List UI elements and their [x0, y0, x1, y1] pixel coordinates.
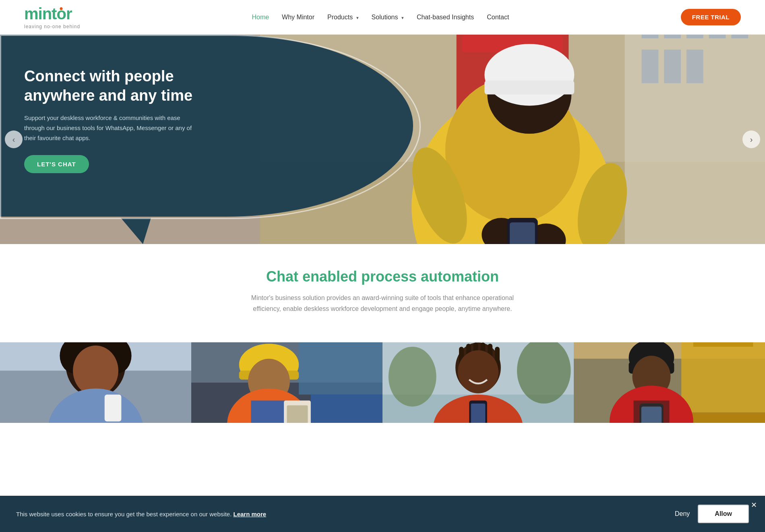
- grid-person-3: [382, 342, 574, 423]
- svg-rect-47: [251, 401, 287, 423]
- svg-rect-67: [681, 342, 765, 412]
- grid-item-3: [382, 342, 574, 423]
- nav-item-why-mintor[interactable]: Why Mintor: [282, 14, 314, 21]
- nav-link-solutions[interactable]: Solutions ▾: [372, 14, 404, 21]
- nav-item-contact[interactable]: Contact: [487, 14, 509, 21]
- section-heading: Chat enabled process automation: [40, 268, 725, 285]
- svg-point-36: [73, 346, 118, 396]
- navbar: mintor leaving no-one behind Home Why Mi…: [0, 0, 765, 35]
- grid-item-4: [574, 342, 765, 423]
- svg-rect-41: [299, 342, 382, 395]
- svg-point-52: [389, 347, 436, 406]
- nav-item-products[interactable]: Products ▾: [327, 14, 359, 21]
- svg-point-61: [458, 350, 498, 393]
- hero-description: Support your deskless workforce & commun…: [24, 113, 197, 143]
- chevron-left-icon: ‹: [12, 135, 15, 144]
- hero-prev-button[interactable]: ‹: [5, 130, 23, 148]
- svg-rect-6: [709, 35, 726, 38]
- grid-person-4: [574, 342, 765, 423]
- lets-chat-button[interactable]: LET'S CHAT: [24, 155, 89, 173]
- chevron-down-icon: ▾: [356, 15, 359, 20]
- nav-link-products[interactable]: Products ▾: [327, 14, 359, 21]
- grid-item-2: [191, 342, 382, 423]
- nav-item-solutions[interactable]: Solutions ▾: [372, 14, 404, 21]
- svg-point-17: [484, 44, 574, 106]
- svg-rect-64: [471, 404, 486, 423]
- svg-rect-9: [664, 50, 681, 83]
- hero-next-button[interactable]: ›: [742, 130, 760, 148]
- logo-text: mintor: [24, 5, 80, 23]
- nav-link-why-mintor[interactable]: Why Mintor: [282, 14, 314, 21]
- svg-rect-42: [311, 395, 382, 423]
- hero-content: Connect with people anywhere and any tim…: [24, 67, 225, 173]
- chevron-right-icon: ›: [750, 135, 753, 144]
- svg-rect-69: [687, 413, 765, 423]
- nav-link-chat-insights[interactable]: Chat-based Insights: [417, 14, 474, 21]
- logo[interactable]: mintor leaving no-one behind: [24, 5, 80, 29]
- svg-rect-5: [686, 35, 703, 38]
- chat-automation-section: Chat enabled process automation Mintor's…: [0, 244, 765, 330]
- nav-links: Home Why Mintor Products ▾ Solutions ▾ C…: [252, 14, 509, 21]
- svg-rect-7: [731, 35, 748, 38]
- nav-item-chat-insights[interactable]: Chat-based Insights: [417, 14, 474, 21]
- hero-title: Connect with people anywhere and any tim…: [24, 67, 225, 105]
- svg-rect-68: [693, 342, 753, 347]
- svg-rect-3: [641, 35, 658, 38]
- svg-rect-24: [510, 222, 535, 244]
- svg-rect-38: [105, 395, 122, 422]
- free-trial-button[interactable]: FREE TRIAL: [681, 9, 741, 25]
- svg-rect-76: [641, 407, 662, 423]
- section-description: Mintor's business solution provides an a…: [242, 292, 523, 314]
- nav-link-contact[interactable]: Contact: [487, 14, 509, 21]
- svg-rect-8: [641, 50, 658, 83]
- nav-link-home[interactable]: Home: [252, 14, 269, 21]
- nav-item-home[interactable]: Home: [252, 14, 269, 21]
- grid-item-1: [0, 342, 191, 423]
- svg-rect-18: [484, 81, 574, 95]
- svg-rect-4: [664, 35, 681, 38]
- svg-rect-10: [686, 50, 703, 83]
- hero-section: 🍕 Connect with: [0, 35, 765, 244]
- speech-bubble-tail: [121, 218, 151, 244]
- grid-person-2: [191, 342, 382, 423]
- svg-rect-49: [287, 406, 308, 423]
- chevron-down-icon: ▾: [401, 15, 404, 20]
- grid-person-1: [0, 342, 191, 423]
- image-grid: [0, 342, 765, 423]
- logo-tagline: leaving no-one behind: [24, 24, 80, 29]
